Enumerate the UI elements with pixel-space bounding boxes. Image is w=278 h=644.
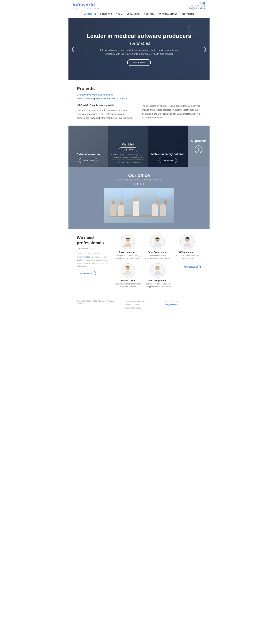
projects-title: Projects xyxy=(77,86,201,92)
all-vacancies-arrow-icon: ❯ xyxy=(199,265,201,268)
person-icon-female xyxy=(182,236,193,248)
card-mobile-title: Mobile Inventory Solution xyxy=(151,152,184,156)
vacancies-subtitle: Our vacancies xyxy=(77,247,110,249)
hero-content: Leader in medical software producers in … xyxy=(83,28,195,70)
vacancy-card-project-manager: Project manager Management projects, tes… xyxy=(114,235,142,260)
logo-sub: CONNECTING HEALTHCARE xyxy=(73,8,101,9)
vacancy-desc-medical: Expirience in medical company more than … xyxy=(114,283,142,288)
vacancies-section: We need professionals Our vacancies Plea… xyxy=(69,229,209,294)
vacancy-desc-lead-programmer: Design, development, testing and applica… xyxy=(144,283,172,288)
projects-columns: INFO WORLD applications provide During t… xyxy=(77,104,201,120)
main-nav: ABOUT US PROJECTS TEAM VACANCIES GALLERY… xyxy=(69,12,209,18)
nav-vacancies[interactable]: VACANCIES xyxy=(127,13,140,16)
card-cabinet-learn-more-button[interactable]: Learn more xyxy=(79,158,98,163)
office-subtitle: LABORATORIES AND ALL OTHER OFFICES xyxy=(77,179,201,181)
person-icon-male-3 xyxy=(152,265,163,276)
footer-copyright: Copyright © 2000 - 2015 Info World. All … xyxy=(77,300,120,310)
all-vacancies-link[interactable]: All vacancies ❯ xyxy=(174,263,201,268)
lang-flags: RU EN xyxy=(189,2,205,4)
card-all-projects[interactable]: All projects ❯ xyxy=(188,126,209,167)
svg-point-7 xyxy=(155,266,160,270)
card-mobile-inventory: Mobile Inventory Solution Learn more xyxy=(148,126,188,167)
projects-col-left: INFO WORLD applications provide During t… xyxy=(77,104,137,120)
card-all-projects-title: All projects xyxy=(191,139,206,142)
projects-section: Projects Company Info World has conducte… xyxy=(69,80,209,126)
vacancy-avatar-project-manager xyxy=(121,235,135,249)
dot-2[interactable] xyxy=(137,184,138,185)
footer-email[interactable]: info@infoworld.ro xyxy=(165,304,179,306)
card-cabimed-title: CabiMed xyxy=(110,143,146,146)
vacancies-title: We need professionals xyxy=(77,235,110,246)
card-cabimed-content: CabiMed Learn more CabiMed is designed f… xyxy=(110,143,146,164)
vacancy-name-java-programmer: Java Programmer xyxy=(144,251,172,254)
vacancy-desc-office-manager: Work with clients, calls and perfect ima… xyxy=(174,254,201,260)
nav-entertainment[interactable]: ENTERTAINMENT xyxy=(158,13,177,16)
email: info@infoworld.ro xyxy=(189,7,205,10)
nav-projects[interactable]: PROJECTS xyxy=(100,13,112,16)
vacancy-name-project-manager: Project manager xyxy=(114,251,142,254)
vacancy-name-office-manager: Office manager xyxy=(174,251,201,254)
footer: Copyright © 2000 - 2015 Info World. All … xyxy=(69,296,209,313)
project-cards: Cabinet manager Learn more CabiMed Learn… xyxy=(69,126,209,167)
all-projects-arrow-circle[interactable]: ❯ xyxy=(195,146,202,153)
footer-address: Intrarea Glucozei nr. 37-39Sector 2, 023… xyxy=(124,300,161,310)
vacancy-name-medical: Medical profi xyxy=(114,279,142,282)
vacancy-desc-java-programmer: Development, testing applications and ot… xyxy=(144,254,172,260)
header-contact: RU EN +40 21 243 0580 info@infoworld.ro xyxy=(189,2,205,10)
card-cabinet-content: Cabinet manager Learn more xyxy=(77,153,100,163)
dot-4[interactable] xyxy=(143,184,144,185)
card-mobile-content: Mobile Inventory Solution Learn more xyxy=(151,152,184,163)
office-title: Our office xyxy=(77,173,201,178)
card-cabimed: CabiMed Learn more CabiMed is designed f… xyxy=(108,126,148,167)
dot-3[interactable] xyxy=(140,184,141,185)
nav-gallery[interactable]: GALLERY xyxy=(144,13,154,16)
vacancy-avatar-java-programmer xyxy=(150,235,165,249)
col-left-heading: INFO WORLD applications provide xyxy=(77,104,137,106)
office-section: Our office LABORATORIES AND ALL OTHER OF… xyxy=(69,167,209,229)
vacancy-name-lead-programmer: Lead programmer xyxy=(144,279,172,282)
col-left-text: During the development of these projects… xyxy=(77,108,137,120)
nav-contacts[interactable]: CONTACTS xyxy=(181,13,194,16)
vacancy-card-java-programmer: Java Programmer Development, testing app… xyxy=(144,235,172,260)
card-cabinet-title: Cabinet manager xyxy=(77,153,100,156)
office-dots xyxy=(77,184,201,185)
vacancy-avatar-medical xyxy=(121,263,135,278)
send-resume-button[interactable]: send resume xyxy=(77,271,96,276)
logo[interactable]: infoworld CONNECTING HEALTHCARE xyxy=(73,2,101,9)
dot-1[interactable] xyxy=(134,184,135,185)
phone: +40 21 243 0580 xyxy=(189,5,205,7)
nav-about[interactable]: ABOUT US xyxy=(84,13,96,16)
footer-contact: +40 21 243 0580 info@infoworld.ro xyxy=(165,300,201,310)
vacancy-avatar-office-manager xyxy=(180,235,195,249)
hero-read-more-button[interactable]: Read more xyxy=(127,59,151,66)
hero-arrow-right[interactable]: ❯ xyxy=(203,46,207,52)
card-cabimed-learn-more-button[interactable]: Learn more xyxy=(119,147,137,152)
vacancy-card-medical: Medical profi Expirience in medical comp… xyxy=(114,263,142,288)
person-icon-male-2 xyxy=(122,265,134,276)
vacancies-left: We need professionals Our vacancies Plea… xyxy=(77,235,110,288)
col-right-text: The collaboration with UEFISCDI boosted … xyxy=(141,104,201,120)
projects-col-right: The collaboration with UEFISCDI boosted … xyxy=(141,104,201,120)
hero-arrow-left[interactable]: ❮ xyxy=(71,46,75,52)
vacancy-avatar-lead-programmer xyxy=(150,263,165,278)
nav-team[interactable]: TEAM xyxy=(116,13,122,16)
hero-section: ⚕ ❮ Leader in medical software producers… xyxy=(69,18,209,80)
card-mobile-learn-more-button[interactable]: Learn more xyxy=(158,158,177,163)
lang-ru[interactable]: RU xyxy=(199,2,202,4)
card-cabinet-manager: Cabinet manager Learn more xyxy=(69,126,108,167)
vacancies-email[interactable]: hr@infoworld.ro xyxy=(77,256,90,258)
header: infoworld CONNECTING HEALTHCARE RU EN +4… xyxy=(69,0,209,12)
all-vacancies-label: All vacancies xyxy=(184,266,198,268)
lang-en-active[interactable]: EN xyxy=(202,2,205,4)
person-icon-male-glasses xyxy=(152,236,163,248)
hero-title-italic: in Romania xyxy=(87,41,191,46)
projects-subtitle: Company Info World has conductedseveral … xyxy=(77,93,201,100)
logo-name: infoworld xyxy=(73,2,101,8)
office-image xyxy=(104,188,174,223)
card-cabimed-desc: CabiMed is designed for facilitating the… xyxy=(110,154,146,164)
footer-phone: +40 21 243 0580 xyxy=(165,300,201,303)
hero-description: Info World company provides integrated s… xyxy=(100,48,178,56)
vacancy-card-lead-programmer: Lead programmer Design, development, tes… xyxy=(144,263,172,288)
person-icon-male-1 xyxy=(122,236,134,248)
vacancies-desc: Please send us your resume at hr@infowor… xyxy=(77,252,110,268)
